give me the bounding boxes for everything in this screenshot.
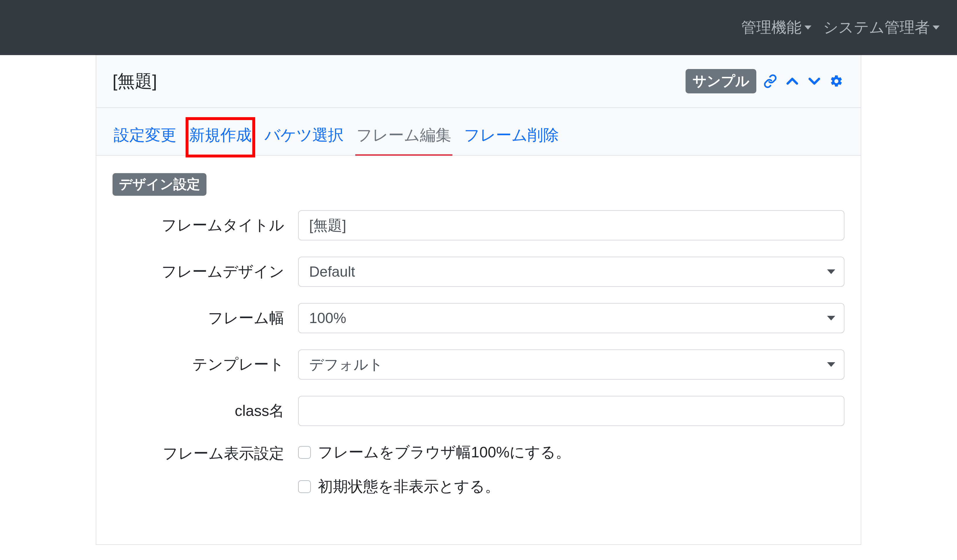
label-template: テンプレート (112, 354, 298, 375)
row-frame-title: フレームタイトル (112, 210, 845, 240)
tab-frame-delete[interactable]: フレーム削除 (463, 120, 560, 155)
move-up-icon[interactable] (784, 73, 801, 89)
sample-badge: サンプル (685, 69, 756, 93)
row-class: class名 (112, 396, 845, 426)
move-down-icon[interactable] (806, 73, 823, 89)
gear-icon[interactable] (828, 73, 845, 89)
label-frame-title: フレームタイトル (112, 215, 298, 235)
label-frame-width: フレーム幅 (112, 308, 298, 328)
select-frame-design[interactable]: Default (298, 257, 845, 287)
chevron-down-icon (804, 25, 812, 30)
checkbox-hidden[interactable] (298, 480, 311, 493)
admin-menu-dropdown[interactable]: 管理機能 (741, 17, 812, 38)
label-display: フレーム表示設定 (112, 442, 298, 464)
input-class[interactable] (298, 396, 845, 426)
row-frame-design: フレームデザイン Default (112, 257, 845, 287)
tab-settings[interactable]: 設定変更 (112, 120, 177, 155)
checkbox-row-fullwidth: フレームをブラウザ幅100%にする。 (298, 442, 845, 462)
input-frame-title[interactable] (298, 210, 845, 240)
admin-menu-label: 管理機能 (741, 17, 802, 38)
row-template: テンプレート デフォルト (112, 349, 845, 380)
tab-frame-edit[interactable]: フレーム編集 (355, 120, 452, 155)
frame-panel: [無題] サンプル (96, 55, 861, 545)
checkbox-row-hidden: 初期状態を非表示とする。 (298, 476, 845, 497)
tab-bar: 設定変更 新規作成 バケツ選択 フレーム編集 フレーム削除 (96, 108, 861, 156)
chevron-down-icon (933, 25, 940, 30)
row-display: フレーム表示設定 フレームをブラウザ幅100%にする。 初期状態を非表示とする。 (112, 442, 845, 511)
user-menu-dropdown[interactable]: システム管理者 (823, 17, 940, 38)
checkbox-fullwidth[interactable] (298, 446, 311, 459)
link-icon[interactable] (762, 73, 779, 89)
checkbox-label-fullwidth: フレームをブラウザ幅100%にする。 (318, 442, 571, 462)
label-class: class名 (112, 401, 298, 421)
panel-title: [無題] (112, 69, 157, 93)
tab-new[interactable]: 新規作成 (188, 120, 253, 155)
row-frame-width: フレーム幅 100% (112, 303, 845, 333)
select-template[interactable]: デフォルト (298, 349, 845, 380)
top-navbar: 管理機能 システム管理者 (0, 0, 957, 55)
panel-header-actions: サンプル (685, 69, 845, 93)
form-content: デザイン設定 フレームタイトル フレームデザイン Default フレーム幅 (96, 156, 861, 544)
select-frame-width[interactable]: 100% (298, 303, 845, 333)
user-menu-label: システム管理者 (823, 17, 930, 38)
tab-bucket[interactable]: バケツ選択 (263, 120, 345, 155)
checkbox-label-hidden: 初期状態を非表示とする。 (318, 476, 500, 497)
panel-header: [無題] サンプル (96, 55, 861, 108)
design-section-badge: デザイン設定 (112, 173, 207, 196)
label-frame-design: フレームデザイン (112, 262, 298, 282)
